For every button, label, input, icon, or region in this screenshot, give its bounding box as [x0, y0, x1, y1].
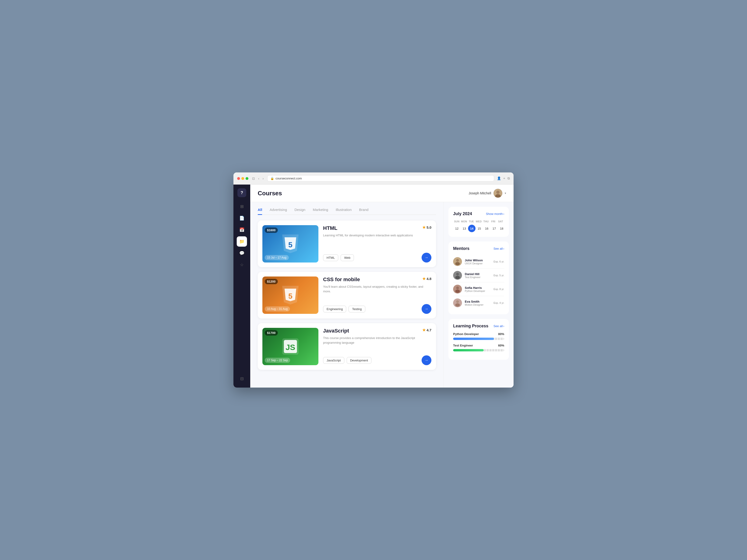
js-icon: JS	[279, 335, 302, 358]
progress-bar-bg-python	[453, 338, 504, 340]
progress-pct-python: 80%	[498, 332, 504, 336]
price-badge-css: $1200	[265, 279, 278, 284]
back-button[interactable]: ‹	[257, 176, 260, 181]
tags-html: HTML Web	[323, 254, 354, 261]
progress-item-engineer: Test Engineer 60%	[453, 344, 504, 351]
right-panel: July 2024 Show month › SUN MON TUE WED T…	[443, 202, 514, 388]
course-desc-html: Learning HTML for developing modern inte…	[323, 233, 431, 238]
forward-button[interactable]: ›	[262, 176, 265, 181]
tag-web[interactable]: Web	[341, 254, 354, 261]
sidebar-item-calendar[interactable]: 📅	[237, 225, 247, 235]
mentors-see-all[interactable]: See all ›	[493, 247, 504, 250]
html-icon: 5	[279, 232, 302, 256]
chevron-down-icon: ▾	[505, 192, 506, 195]
mentor-item-daniel: Daniel Hill Test Engineer Exp. 5 yr.	[453, 269, 504, 282]
tag-development[interactable]: Development	[347, 357, 371, 364]
mentor-item-sofia: Sofia Harris Python Developer Exp. 8 yr.	[453, 282, 504, 296]
course-footer-css: Engineering Testing →	[323, 304, 431, 314]
url-text: courseconnect.com	[276, 177, 302, 180]
tag-engineering[interactable]: Engineering	[323, 306, 346, 313]
tag-testing[interactable]: Testing	[349, 306, 365, 313]
header: Courses Joseph Mitchell ▾	[250, 185, 514, 202]
day-wed: WED	[475, 220, 482, 223]
svg-point-22	[456, 300, 459, 303]
cal-date-14[interactable]: 14	[468, 225, 475, 232]
sidebar-logo[interactable]: ?	[237, 188, 246, 197]
close-button[interactable]	[237, 177, 240, 180]
sidebar-item-logout[interactable]: ⊟	[237, 374, 247, 384]
tab-design[interactable]: Design	[294, 208, 305, 214]
day-tue: TUE	[468, 220, 475, 223]
new-tab-icon[interactable]: +	[503, 177, 505, 180]
learning-see-all[interactable]: See all ›	[493, 324, 504, 328]
show-month-button[interactable]: Show month ›	[486, 212, 504, 216]
tag-html[interactable]: HTML	[323, 254, 338, 261]
svg-point-13	[456, 259, 459, 262]
folder-icon: 📁	[239, 239, 244, 244]
tag-javascript[interactable]: JavaScript	[323, 357, 344, 364]
sidebar-item-documents[interactable]: 📄	[237, 213, 247, 223]
address-bar[interactable]: 🔒 courseconnect.com	[267, 175, 494, 182]
course-header-css: CSS for mobile ★ 4.8	[323, 276, 431, 283]
calendar-dates: 12 13 14 15 16 17 18	[453, 225, 504, 232]
mentor-role-john: UI/UX Designer	[465, 262, 491, 265]
course-thumbnail-html: $1600 5 15 Jul – 17 Aug	[262, 225, 318, 263]
page-title: Courses	[258, 190, 282, 197]
cal-date-13[interactable]: 13	[461, 225, 468, 232]
mentor-info-sofia: Sofia Harris Python Developer	[465, 286, 491, 292]
price-badge-html: $1600	[265, 228, 278, 233]
browser-nav: ⊡ ‹ ›	[251, 176, 264, 181]
day-thu: THU	[482, 220, 490, 223]
logo-icon: ?	[241, 190, 243, 195]
mentor-exp-eva: Exp. 4 yr.	[493, 301, 504, 304]
arrow-button-js[interactable]: →	[421, 355, 431, 365]
minimize-button[interactable]	[241, 177, 244, 180]
date-badge-js: 17 Sep – 22 Sep	[265, 358, 290, 363]
messages-icon: 💬	[239, 250, 244, 256]
sidebar: ? ⊞ 📄 📅 📁 💬 ☆ ⊟	[233, 185, 250, 388]
css-icon: 5	[279, 284, 302, 307]
arrow-button-html[interactable]: →	[421, 253, 431, 263]
mentor-role-daniel: Test Engineer	[465, 276, 491, 278]
sidebar-item-dashboard[interactable]: ⊞	[237, 202, 247, 212]
mentor-info-daniel: Daniel Hill Test Engineer	[465, 272, 491, 278]
sidebar-item-messages[interactable]: 💬	[237, 248, 247, 258]
logout-icon: ⊟	[240, 376, 244, 381]
learning-see-all-label: See all	[493, 324, 503, 328]
tab-illustration[interactable]: Illustration	[336, 208, 352, 214]
learning-header: Learning Process See all ›	[453, 324, 504, 328]
cal-date-17[interactable]: 17	[490, 225, 498, 232]
tab-all[interactable]: All	[258, 208, 262, 214]
profile-icon[interactable]: 👤	[497, 177, 501, 180]
tabs-icon[interactable]: ⧉	[508, 177, 510, 180]
progress-item-python: Python Developer 80%	[453, 332, 504, 340]
cal-date-15[interactable]: 15	[475, 225, 483, 232]
sidebar-item-favorites[interactable]: ☆	[237, 260, 247, 270]
course-card-css: $1200 5 10 Aug – 31 Aug CSS fo	[258, 272, 436, 319]
star-icon: ☆	[240, 262, 244, 267]
course-footer-html: HTML Web →	[323, 253, 431, 263]
avatar	[493, 189, 503, 197]
sidebar-item-folder[interactable]: 📁	[237, 236, 247, 247]
mentor-name-eva: Eva Smith	[465, 300, 491, 303]
user-info[interactable]: Joseph Mitchell ▾	[469, 189, 506, 197]
svg-point-14	[455, 262, 460, 265]
main-content: Courses Joseph Mitchell ▾	[250, 185, 514, 388]
sidebar-toggle-icon[interactable]: ⊡	[251, 176, 256, 181]
tab-marketing[interactable]: Marketing	[313, 208, 328, 214]
progress-bar-bg-engineer	[453, 349, 504, 351]
courses-panel: All Advertising Design Marketing Illustr…	[250, 202, 443, 388]
tab-brand[interactable]: Brand	[359, 208, 368, 214]
progress-header-engineer: Test Engineer 60%	[453, 344, 504, 347]
progress-bar-fill-python	[453, 338, 494, 340]
svg-point-23	[455, 303, 460, 306]
maximize-button[interactable]	[246, 177, 248, 180]
cal-date-12[interactable]: 12	[453, 225, 461, 232]
cal-date-18[interactable]: 18	[498, 225, 506, 232]
content-area: All Advertising Design Marketing Illustr…	[250, 202, 514, 388]
arrow-button-css[interactable]: →	[421, 304, 431, 314]
tab-advertising[interactable]: Advertising	[269, 208, 287, 214]
cal-date-16[interactable]: 16	[483, 225, 490, 232]
mentor-name-daniel: Daniel Hill	[465, 272, 491, 276]
day-sun: SUN	[453, 220, 460, 223]
